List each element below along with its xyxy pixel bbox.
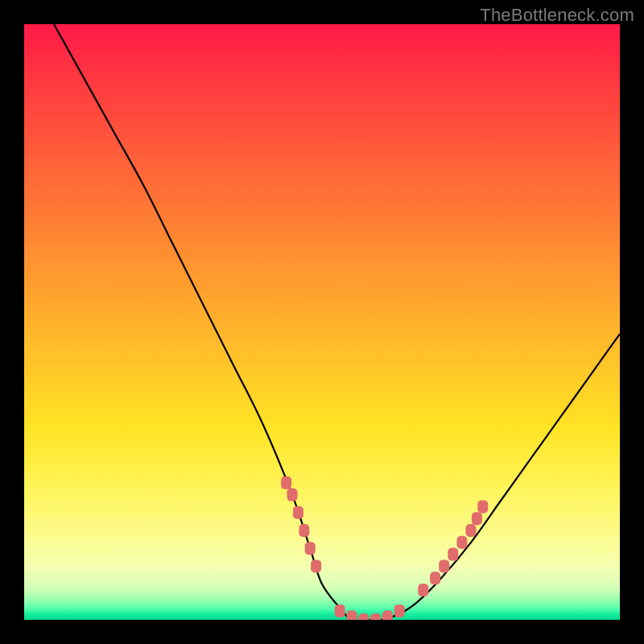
bottleneck-curve — [54, 24, 620, 620]
attribution-label: TheBottleneck.com — [480, 5, 634, 26]
highlight-dot — [287, 489, 298, 502]
highlight-dot — [305, 542, 316, 555]
highlight-dot — [477, 500, 488, 513]
highlight-dot — [448, 548, 458, 561]
highlight-dot — [394, 605, 405, 617]
highlight-dot — [382, 610, 393, 620]
highlight-dot — [418, 584, 428, 597]
curve-layer — [24, 24, 620, 620]
highlight-dot — [299, 524, 309, 537]
highlight-dot — [281, 477, 291, 489]
highlight-dot — [347, 610, 357, 620]
highlight-dot — [370, 613, 381, 620]
highlight-dot — [456, 536, 467, 549]
highlight-dot — [311, 559, 321, 572]
highlight-dot — [293, 506, 303, 519]
highlight-dot — [466, 524, 477, 537]
chart-frame: TheBottleneck.com — [0, 0, 644, 644]
plot-area — [24, 24, 620, 620]
highlight-dot — [335, 605, 345, 617]
highlight-dot — [430, 572, 440, 584]
marker-group — [281, 477, 488, 620]
highlight-dot — [439, 559, 449, 572]
highlight-dot — [358, 613, 369, 620]
highlight-dot — [472, 512, 482, 525]
